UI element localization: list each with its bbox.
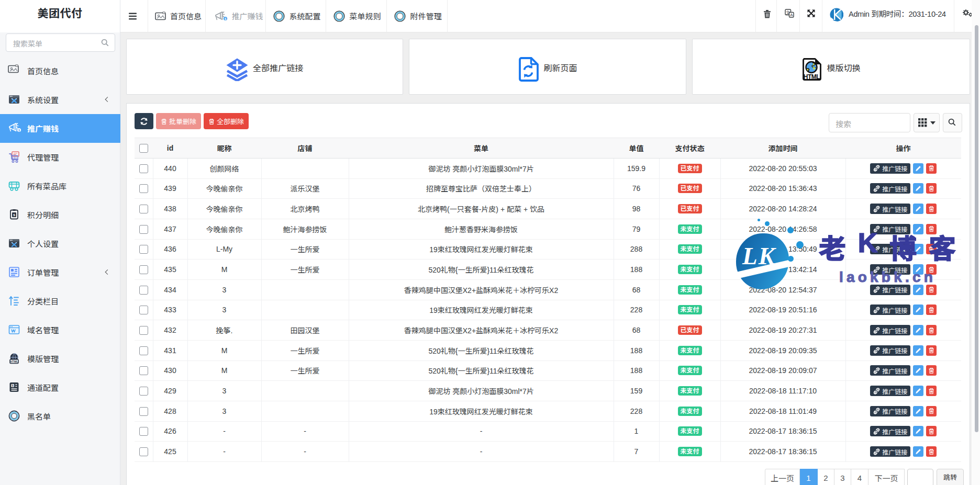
svg-text:HTML: HTML [10, 360, 18, 363]
svg-text:$: $ [18, 129, 20, 132]
svg-text:$: $ [225, 17, 226, 20]
svg-text:HTML: HTML [804, 73, 820, 81]
svg-text:A: A [790, 13, 793, 17]
svg-text:s: s [13, 212, 15, 217]
svg-text:$: $ [12, 384, 14, 387]
